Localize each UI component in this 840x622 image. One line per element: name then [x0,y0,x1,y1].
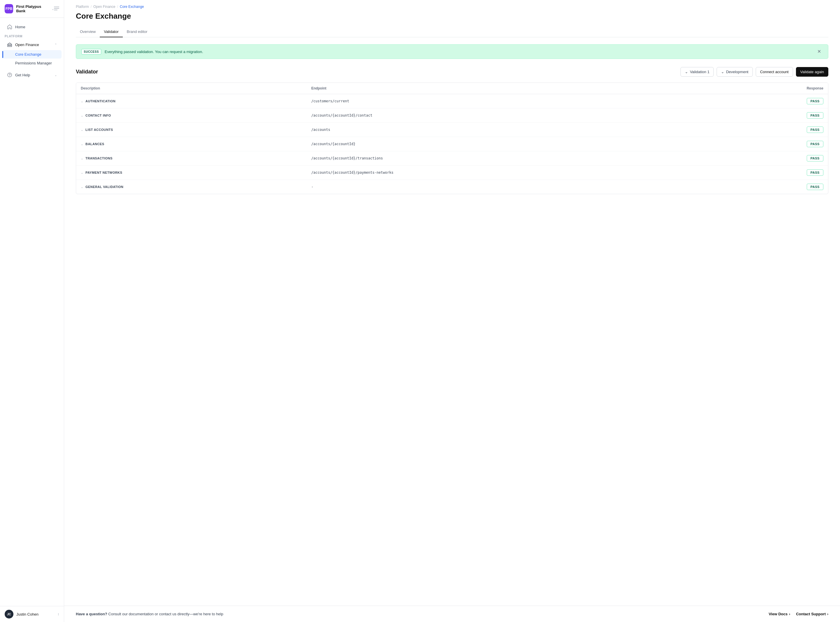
sidebar-item-get-help[interactable]: Get Help ⌄ [2,70,61,80]
pass-badge: PASS [807,169,823,176]
user-info[interactable]: JC Justin Cohen [5,610,38,619]
desc-label: TRANSACTIONS [86,157,113,160]
contact-support-label: Contact Support [796,612,826,616]
validator-title: Validator [76,69,98,75]
desc-label: CONTACT INFO [86,114,111,117]
validate-again-button[interactable]: Validate again [796,67,828,77]
table-row: ⌄ LIST ACCOUNTS /accounts PASS [76,123,828,137]
cell-description: ⌄ TRANSACTIONS [76,151,307,166]
row-expand-icon[interactable]: ⌄ [81,143,83,146]
row-expand-icon[interactable]: ⌄ [81,185,83,189]
table-row: ⌄ CONTACT INFO /accounts/{accountId}/con… [76,108,828,123]
pass-badge: PASS [807,184,823,190]
svg-rect-5 [9,45,10,46]
svg-rect-0 [54,7,59,7]
get-help-chevron-icon: ⌄ [55,73,57,77]
content-area: SUCCESS Everything passed validation. Yo… [64,37,840,606]
contact-support-link[interactable]: Contact Support › [796,612,828,616]
breadcrumb-open-finance: Open Finance [93,5,115,9]
development-dropdown-button[interactable]: ⌄ Development [716,67,753,77]
sidebar-footer: JC Justin Cohen ↕ [0,606,64,622]
svg-point-8 [9,76,10,77]
footer-question-label: Have a question? [76,612,107,616]
success-badge: SUCCESS [81,49,101,55]
view-docs-arrow-icon: › [789,612,790,616]
cell-description: ⌄ CONTACT INFO [76,108,307,123]
page-footer: Have a question? Consult our documentati… [64,606,840,622]
desc-label: BALANCES [86,142,104,146]
cell-endpoint: /accounts/{accountId}/contact [307,108,713,123]
cell-endpoint: /accounts/{accountId} [307,137,713,151]
col-description: Description [76,83,307,94]
row-expand-icon[interactable]: ⌄ [81,100,83,103]
chevron-down-icon: ⌄ [685,70,688,74]
cell-endpoint: - [307,180,713,194]
cell-response: PASS [713,180,828,194]
success-text: Everything passed validation. You can re… [105,50,203,54]
desc-label: LIST ACCOUNTS [86,128,113,131]
cell-response: PASS [713,123,828,137]
sidebar-item-permissions-manager[interactable]: Permissions Manager [2,59,61,67]
row-expand-icon[interactable]: ⌄ [81,157,83,160]
table-row: ⌄ TRANSACTIONS /accounts/{accountId}/tra… [76,151,828,166]
col-response: Response [713,83,828,94]
tabs: Overview Validator Brand editor [76,26,828,37]
footer-links: View Docs › Contact Support › [768,612,828,616]
cell-endpoint: /customers/current [307,94,713,108]
sidebar-item-get-help-label: Get Help [15,73,52,77]
svg-rect-2 [54,10,58,10]
open-finance-chevron-icon: ⌃ [55,43,57,46]
tab-brand-editor[interactable]: Brand editor [123,26,152,37]
row-expand-icon[interactable]: ⌄ [81,114,83,117]
footer-question: Have a question? Consult our documentati… [76,612,223,616]
main-content: Platform / Open Finance / Core Exchange … [64,0,840,622]
sub-nav: Core Exchange Permissions Manager [0,50,64,67]
success-banner: SUCCESS Everything passed validation. Yo… [76,44,828,59]
tab-overview[interactable]: Overview [76,26,100,37]
bank-icon [7,42,12,47]
validation-dropdown-label: Validation 1 [690,70,709,74]
pass-badge: PASS [807,112,823,119]
table-row: ⌄ BALANCES /accounts/{accountId} PASS [76,137,828,151]
cell-description: ⌄ PAYMENT NETWORKS [76,166,307,180]
sidebar-item-home[interactable]: Home [2,21,61,32]
row-expand-icon[interactable]: ⌄ [81,171,83,174]
cell-response: PASS [713,94,828,108]
brand-name: First Platypus Bank [16,5,49,13]
user-name: Justin Cohen [16,612,38,616]
success-banner-left: SUCCESS Everything passed validation. Yo… [81,49,203,55]
breadcrumb-platform: Platform [76,5,89,9]
sidebar-item-home-label: Home [15,25,25,29]
row-expand-icon[interactable]: ⌄ [81,128,83,131]
page-header: Core Exchange [64,9,840,26]
banner-close-button[interactable]: ✕ [816,49,823,55]
cell-response: PASS [713,151,828,166]
sidebar: FPB First Platypus Bank ⌄ Home PLATFORM … [0,0,64,622]
view-docs-link[interactable]: View Docs › [768,612,790,616]
cell-description: ⌄ GENERAL VALIDATION [76,180,307,194]
table-row: ⌄ AUTHENTICATION /customers/current PASS [76,94,828,108]
breadcrumb: Platform / Open Finance / Core Exchange [64,0,840,9]
pass-badge: PASS [807,98,823,104]
sidebar-nav: Home PLATFORM Open Finance ⌃ Core Exchan… [0,18,64,606]
view-docs-label: View Docs [768,612,788,616]
validator-actions: ⌄ Validation 1 ⌄ Development Connect acc… [680,67,828,77]
user-chevron-icon[interactable]: ↕ [58,612,59,616]
sidebar-item-open-finance-label: Open Finance [15,43,52,47]
validation-dropdown-button[interactable]: ⌄ Validation 1 [680,67,714,77]
pass-badge: PASS [807,155,823,162]
svg-rect-1 [54,8,59,9]
cell-endpoint: /accounts/{accountId}/transactions [307,151,713,166]
help-icon [7,72,12,78]
home-icon [7,24,12,29]
sidebar-item-core-exchange[interactable]: Core Exchange [2,50,61,59]
cell-response: PASS [713,166,828,180]
sidebar-item-open-finance[interactable]: Open Finance ⌃ [2,40,61,50]
tab-validator[interactable]: Validator [100,26,122,37]
chevron-down-icon-2: ⌄ [721,70,724,74]
desc-label: PAYMENT NETWORKS [86,171,122,174]
sidebar-brand[interactable]: FPB First Platypus Bank ⌄ [5,4,54,14]
col-endpoint: Endpoint [307,83,713,94]
connect-account-button[interactable]: Connect account [756,67,793,77]
menu-icon[interactable] [54,6,59,12]
